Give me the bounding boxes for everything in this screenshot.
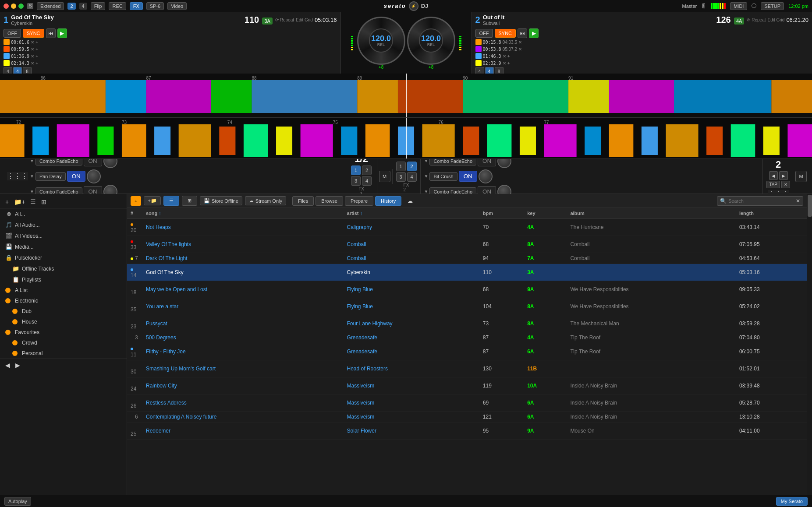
- sidebar-item-alist[interactable]: A List: [0, 285, 127, 296]
- deck1-cue0-color[interactable]: [4, 39, 10, 45]
- deck2-cue3-color[interactable]: [475, 60, 482, 66]
- fx2-num-2[interactable]: 2: [407, 162, 417, 171]
- col-header-album[interactable]: album: [567, 208, 735, 219]
- fx-unit2-slot2-on[interactable]: ON: [459, 171, 477, 182]
- fx-unit1-slot2-knob[interactable]: [87, 169, 101, 183]
- fx-m-button[interactable]: M: [379, 171, 390, 182]
- fx-num-4[interactable]: 4: [362, 176, 372, 186]
- waveform-overview[interactable]: // This will be rendered as static SVG i…: [0, 74, 812, 117]
- fx2-num-4[interactable]: 4: [407, 172, 417, 182]
- sidebar-item-favourites[interactable]: Favourites: [0, 327, 127, 338]
- mode-selector[interactable]: Extended: [37, 2, 64, 10]
- sidebar-item-videos[interactable]: 🎬 All Videos...: [0, 230, 127, 241]
- col-header-bpm[interactable]: bpm: [479, 208, 524, 219]
- sidebar-item-crowd[interactable]: Crowd: [0, 338, 127, 348]
- deck2-play-btn[interactable]: ▶: [529, 28, 539, 38]
- table-row[interactable]: 26 Restless Address Massiveism 69 6A Ins…: [127, 394, 807, 412]
- sidebar-item-house[interactable]: House: [0, 317, 127, 327]
- deck-count-4[interactable]: 4: [79, 3, 87, 10]
- fx-button[interactable]: FX: [130, 2, 143, 10]
- tab-browse[interactable]: Browse: [316, 196, 343, 206]
- repeat-icon[interactable]: ⟳ Repeat: [275, 18, 294, 22]
- table-row[interactable]: 33 Valley Of The lights Comball 68 8A Co…: [127, 236, 807, 253]
- table-row[interactable]: 24 Rainbow City Massiveism 119 10A Insid…: [127, 377, 807, 394]
- sidebar-item-personal[interactable]: Personal: [0, 348, 127, 359]
- table-row[interactable]: 18 May we be Open and Lost Flying Blue 6…: [127, 281, 807, 298]
- col-header-artist[interactable]: artist ↑: [344, 208, 479, 219]
- sidebar-scroll-right[interactable]: ▶: [14, 361, 22, 370]
- deck2-cue3-add[interactable]: +: [507, 61, 510, 66]
- deck2-cue3-delete[interactable]: ✕: [503, 61, 506, 66]
- stream-only-btn[interactable]: ☁ Stream Only: [245, 196, 286, 205]
- deck2-cue2-delete[interactable]: ✕: [503, 54, 506, 59]
- deck2-prev-btn[interactable]: ⏮: [518, 28, 527, 38]
- table-row[interactable]: 14 God Of The Sky Cyberskin 110 3A 05:03…: [127, 264, 807, 281]
- col-header-song[interactable]: song ↑: [142, 208, 344, 219]
- fx2-prev-btn[interactable]: ◀: [769, 171, 778, 180]
- sidebar-item-audio[interactable]: 🎵 All Audio...: [0, 219, 127, 230]
- table-row[interactable]: 11 Filthy - Filthy Joe Grenadesafe 87 6A…: [127, 343, 807, 360]
- deck2-cue0-delete[interactable]: ✕: [518, 40, 522, 45]
- search-input[interactable]: [728, 198, 794, 204]
- sidebar-item-dub[interactable]: Dub: [0, 306, 127, 317]
- fx-unit2-tap[interactable]: TAP: [766, 181, 780, 188]
- sidebar-item-all[interactable]: ⊚ All...: [0, 208, 127, 219]
- store-offline-btn[interactable]: 💾 Store Offline: [200, 196, 242, 205]
- deck1-cue2-add[interactable]: +: [35, 54, 38, 59]
- list-view-btn[interactable]: ☰: [28, 197, 38, 206]
- deck1-cue1-add[interactable]: +: [35, 47, 38, 52]
- sidebar-item-electronic[interactable]: Electronic: [0, 296, 127, 306]
- waveform-zoomed[interactable]: 72 73 74 75 76 77: [0, 117, 812, 159]
- deck-count-2[interactable]: 2: [67, 3, 75, 10]
- deck2-loop-4b[interactable]: 4: [485, 67, 494, 74]
- fx2-num-3[interactable]: 3: [396, 172, 406, 182]
- fx-num-3[interactable]: 3: [351, 176, 361, 186]
- tab-prepare[interactable]: Prepare: [345, 196, 373, 206]
- deck1-cue3-color[interactable]: [4, 60, 10, 66]
- deck2-cue1-delete[interactable]: ✕: [518, 47, 522, 52]
- list-view-lib-btn[interactable]: ☰: [163, 196, 179, 206]
- fx-unit1-slot2-on[interactable]: ON: [67, 171, 85, 182]
- add-crate-btn[interactable]: +📁: [144, 196, 160, 205]
- deck2-cue2-color[interactable]: [475, 53, 482, 59]
- tab-files[interactable]: Files: [292, 196, 314, 206]
- album-view-lib-btn[interactable]: ⊞: [182, 196, 197, 206]
- sidebar-scroll-left[interactable]: ◀: [4, 361, 12, 370]
- deck1-sync-btn[interactable]: SYNC: [23, 29, 44, 38]
- deck1-cue2-delete[interactable]: ✕: [31, 54, 34, 59]
- flip-button[interactable]: Flip: [91, 2, 106, 10]
- rec-button[interactable]: REC: [109, 2, 126, 10]
- deck1-cue1-delete[interactable]: ✕: [31, 47, 34, 52]
- fx2-next-btn[interactable]: ▶: [779, 171, 788, 180]
- deck1-loop-8[interactable]: 8: [23, 67, 32, 74]
- deck2-cue1-color[interactable]: [475, 46, 482, 52]
- add-track-btn[interactable]: +: [4, 197, 11, 206]
- deck1-cue3-delete[interactable]: ✕: [31, 61, 34, 66]
- minimize-button[interactable]: [11, 4, 16, 9]
- fx-num-1[interactable]: 1: [351, 165, 361, 175]
- table-row[interactable]: 7 Dark Of The Light Comball 94 7A Combal…: [127, 253, 807, 264]
- deck1-cue0-add[interactable]: +: [35, 40, 38, 45]
- my-serato-button[interactable]: My Serato: [776, 497, 808, 506]
- search-box[interactable]: 🔍 ✕: [717, 196, 803, 206]
- setup-button[interactable]: SETUP: [761, 2, 784, 10]
- sidebar-item-playlists[interactable]: 📋 Playlists: [0, 274, 127, 285]
- fx-unit2-slot2-knob[interactable]: [479, 169, 493, 183]
- col-header-num[interactable]: #: [127, 208, 142, 219]
- deck2-off-btn[interactable]: OFF: [475, 29, 493, 38]
- table-row[interactable]: 23 Pussycat Four Lane Highway 73 8A The …: [127, 315, 807, 332]
- sp6-button[interactable]: SP-6: [146, 2, 164, 10]
- fx-m-button-2[interactable]: M: [795, 171, 807, 182]
- deck2-loop-4[interactable]: 4: [475, 67, 484, 74]
- scrollbar-thumb[interactable]: [808, 195, 812, 217]
- deck1-cue0-delete[interactable]: ✕: [31, 40, 34, 45]
- deck1-loop-4[interactable]: 4: [4, 67, 12, 74]
- search-clear-icon[interactable]: ✕: [796, 198, 800, 204]
- right-scrollbar[interactable]: [807, 194, 812, 495]
- sidebar-item-pulselocker[interactable]: 🔒 Pulselocker: [0, 252, 127, 263]
- deck2-sync-btn[interactable]: SYNC: [495, 29, 516, 38]
- fx-unit1-slot2-btn[interactable]: Pan Delay: [35, 172, 66, 181]
- edit-grid-icon-2[interactable]: Edit Grid: [767, 18, 784, 22]
- deck2-loop-8[interactable]: 8: [495, 67, 504, 74]
- midi-button[interactable]: MIDI: [730, 2, 747, 10]
